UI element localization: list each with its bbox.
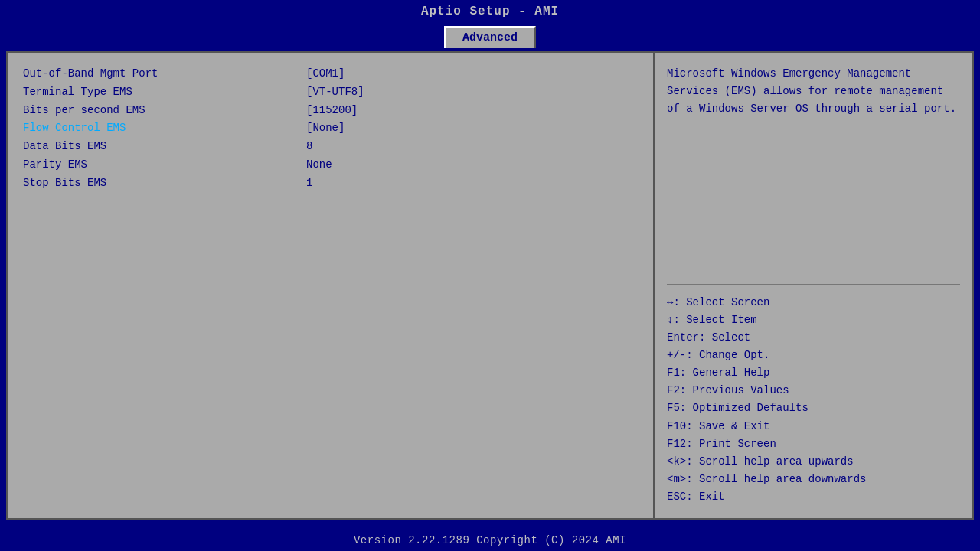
setting-value: None xyxy=(306,156,332,174)
setting-row[interactable]: Data Bits EMS8 xyxy=(23,138,638,156)
key-shortcut: <m>: Scroll help area downwards xyxy=(667,471,960,488)
setting-row[interactable]: Out-of-Band Mgmt Port[COM1] xyxy=(23,65,638,83)
key-label: Enter: Select xyxy=(667,331,750,344)
key-shortcut: F5: Optimized Defaults xyxy=(667,399,960,417)
footer-text: Version 2.22.1289 Copyright (C) 2024 AMI xyxy=(354,534,626,546)
footer: Version 2.22.1289 Copyright (C) 2024 AMI xyxy=(0,530,980,551)
key-label: +/-: Change Opt. xyxy=(667,349,769,361)
setting-name: Flow Control EMS xyxy=(23,119,306,138)
setting-value: 1 xyxy=(306,174,312,193)
divider xyxy=(667,284,960,285)
key-label: <m>: Scroll help area downwards xyxy=(667,473,866,485)
key-label: F1: General Help xyxy=(667,367,769,379)
setting-name: Bits per second EMS xyxy=(23,102,306,120)
key-label: ESC: Exit xyxy=(667,491,725,503)
key-shortcut: Enter: Select xyxy=(667,329,960,347)
key-label: <k>: Scroll help area upwards xyxy=(667,455,854,468)
key-shortcut: ↔: Select Screen xyxy=(667,294,960,311)
key-shortcut: F2: Previous Values xyxy=(667,382,960,399)
setting-row[interactable]: Flow Control EMS[None] xyxy=(23,119,638,138)
title-bar: Aptio Setup - AMI xyxy=(0,0,980,23)
key-label: F5: Optimized Defaults xyxy=(667,402,808,414)
key-shortcut: F1: General Help xyxy=(667,364,960,382)
key-label: F2: Previous Values xyxy=(667,384,789,396)
left-panel: Out-of-Band Mgmt Port[COM1]Terminal Type… xyxy=(8,53,655,518)
setting-row[interactable]: Stop Bits EMS1 xyxy=(23,174,638,193)
key-shortcut: F12: Print Screen xyxy=(667,435,960,453)
key-shortcut: F10: Save & Exit xyxy=(667,418,960,435)
setting-value: [None] xyxy=(306,119,345,138)
right-panel: Microsoft Windows Emergency Management S… xyxy=(655,53,972,518)
key-label: ↔: Select Screen xyxy=(667,296,769,308)
setting-name: Terminal Type EMS xyxy=(23,83,306,102)
tab-bar: Advanced xyxy=(0,23,980,48)
key-shortcut: +/-: Change Opt. xyxy=(667,347,960,364)
key-label: ↕: Select Item xyxy=(667,314,757,326)
setting-row[interactable]: Parity EMSNone xyxy=(23,156,638,174)
key-shortcut: ESC: Exit xyxy=(667,488,960,506)
setting-row[interactable]: Bits per second EMS[115200] xyxy=(23,102,638,120)
key-label: F12: Print Screen xyxy=(667,438,776,450)
main-content: Out-of-Band Mgmt Port[COM1]Terminal Type… xyxy=(6,51,974,520)
key-label: F10: Save & Exit xyxy=(667,420,769,432)
setting-name: Data Bits EMS xyxy=(23,138,306,156)
setting-value: [COM1] xyxy=(306,65,345,83)
setting-value: 8 xyxy=(306,138,312,156)
app-title: Aptio Setup - AMI xyxy=(421,5,559,18)
key-help: ↔: Select Screen↕: Select ItemEnter: Sel… xyxy=(667,294,960,506)
setting-value: [VT-UTF8] xyxy=(306,83,364,102)
key-shortcut: <k>: Scroll help area upwards xyxy=(667,453,960,471)
setting-value: [115200] xyxy=(306,102,358,120)
setting-name: Stop Bits EMS xyxy=(23,174,306,193)
setting-name: Out-of-Band Mgmt Port xyxy=(23,65,306,83)
setting-name: Parity EMS xyxy=(23,156,306,174)
key-shortcut: ↕: Select Item xyxy=(667,311,960,329)
tab-advanced[interactable]: Advanced xyxy=(444,26,536,48)
setting-row[interactable]: Terminal Type EMS[VT-UTF8] xyxy=(23,83,638,102)
help-text: Microsoft Windows Emergency Management S… xyxy=(667,65,960,275)
